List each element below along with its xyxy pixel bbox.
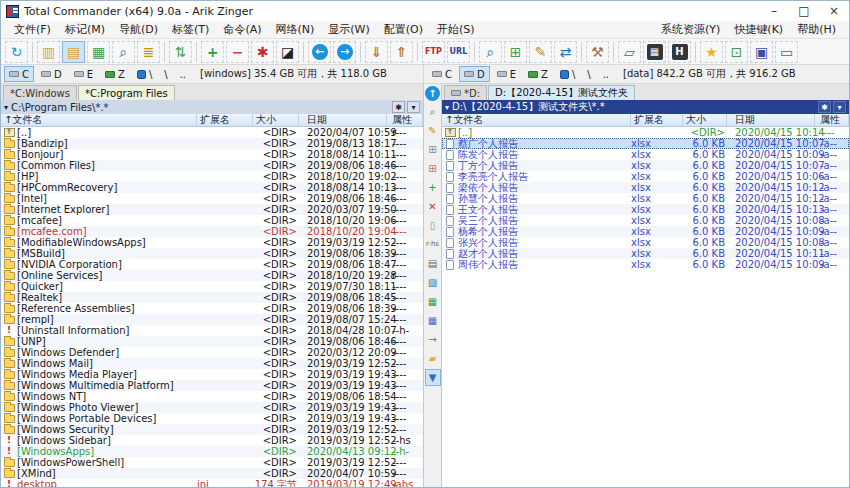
pack-icon[interactable]: ⇓ — [365, 41, 388, 63]
history-dropdown-button[interactable]: ▾ — [833, 101, 846, 113]
file-row[interactable]: ![Uninstall Information]<DIR>2018/04/28 … — [1, 325, 423, 336]
header-date[interactable]: 日期 — [727, 114, 815, 126]
header-filename[interactable]: ↑文件名 — [1, 114, 197, 126]
tree-view-icon[interactable]: ≣ — [137, 41, 160, 63]
favorites-path-button[interactable]: ✱ — [392, 101, 405, 113]
menu-item[interactable]: 标签(T) — [165, 22, 216, 37]
file-row[interactable]: 吴三个人报告xlsx6.0 KB2020/04/15 10:08-a-- — [442, 215, 849, 226]
file-row[interactable]: [HP]<DIR>2018/10/20 19:02---- — [1, 171, 423, 182]
display-settings-icon[interactable]: ⊡ — [725, 41, 748, 63]
drive-button-e[interactable]: E — [69, 66, 98, 82]
file-row[interactable]: 陈发个人报告xlsx6.0 KB2020/04/15 10:09-a-- — [442, 149, 849, 160]
search-icon[interactable]: ⌕ — [425, 103, 441, 120]
compare-icon[interactable]: ⊞ — [504, 41, 527, 63]
up-dir-icon[interactable]: ↑ — [425, 86, 440, 101]
refresh-icon[interactable]: ↻ — [5, 41, 28, 63]
file-row[interactable]: [Windows NT]<DIR>2019/08/06 18:54---- — [1, 391, 423, 402]
left-path-bar[interactable]: ▾ C:\Program Files\*.* ✱ ▾ — [1, 100, 423, 114]
back-icon[interactable]: ← — [308, 41, 331, 63]
menu-item[interactable]: 快捷键(K) — [727, 22, 790, 37]
file-row[interactable]: 孙慧个人报告xlsx6.0 KB2020/04/15 10:12-a-- — [442, 193, 849, 204]
file-row[interactable]: ↑[..]<DIR>2020/04/15 10:14---- — [442, 127, 849, 138]
file-row[interactable]: [Windows Photo Viewer]<DIR>2019/03/19 19… — [1, 402, 423, 413]
calculator-icon[interactable]: ▦ — [643, 41, 666, 63]
drive-button-z[interactable]: Z — [100, 66, 130, 82]
parent-dir-button[interactable]: .. — [598, 66, 614, 82]
header-date[interactable]: 日期 — [299, 114, 387, 126]
file-row[interactable]: [Internet Explorer]<DIR>2020/03/07 19:50… — [1, 204, 423, 215]
sync-dirs-icon[interactable]: ⇄ — [554, 41, 577, 63]
file-row[interactable]: [WindowsPowerShell]<DIR>2019/03/19 12:52… — [1, 457, 423, 468]
file-row[interactable]: [mcafee.com]<DIR>2018/10/20 19:04---- — [1, 226, 423, 237]
header-extension[interactable]: 扩展名 — [197, 114, 253, 126]
file-row[interactable]: [MSBuild]<DIR>2019/08/06 18:39---- — [1, 248, 423, 259]
brief-view-icon[interactable]: ▥ — [37, 41, 60, 63]
select-plus-icon[interactable]: + — [201, 41, 224, 63]
thumbnails-view-icon[interactable]: ▦ — [87, 41, 110, 63]
file-row[interactable]: [Bonjour]<DIR>2018/08/14 10:11---- — [1, 149, 423, 160]
file-row[interactable]: [Realtek]<DIR>2019/08/06 18:45---- — [1, 292, 423, 303]
header-attributes[interactable]: 属性 — [387, 114, 423, 126]
move-icon[interactable]: → — [425, 331, 441, 348]
edit-icon[interactable]: ✎ — [425, 122, 441, 139]
quick-view-icon[interactable]: ⌕ — [112, 41, 135, 63]
menu-item[interactable]: 系统资源(Y) — [654, 22, 727, 37]
root-dir-button[interactable]: \ — [159, 66, 172, 82]
drive-button-e[interactable]: E — [492, 66, 521, 82]
filter-icon[interactable]: ▼ — [425, 369, 441, 386]
file-row[interactable]: 杨希个人报告xlsx6.0 KB2020/04/15 10:09-a-- — [442, 226, 849, 237]
network-root-button[interactable]: \ — [555, 66, 580, 82]
maximize-button[interactable]: □ — [789, 1, 819, 21]
file-row[interactable]: ![WindowsApps]<DIR>2020/04/13 09:12--h- — [1, 446, 423, 457]
menu-item[interactable]: 配置(O) — [377, 22, 430, 37]
multi-rename-icon[interactable]: ✎ — [529, 41, 552, 63]
table-icon[interactable]: ▦ — [425, 293, 441, 310]
file-row[interactable]: [Windows Media Player]<DIR>2019/03/19 19… — [1, 369, 423, 380]
file-row[interactable]: [Reference Assemblies]<DIR>2019/08/06 18… — [1, 303, 423, 314]
file-row[interactable]: ![Windows Sidebar]<DIR>2019/03/19 12:52-… — [1, 435, 423, 446]
file-row[interactable]: [UNP]<DIR>2019/08/06 18:46---- — [1, 336, 423, 347]
right-path-bar[interactable]: ▾ D:\【2020-4-15】测试文件夹\*.* ✱ ▾ — [442, 100, 849, 114]
file-row[interactable]: [XMind]<DIR>2020/04/07 10:59---- — [1, 468, 423, 479]
menu-item[interactable]: 命令(A) — [216, 22, 268, 37]
network-root-button[interactable]: \ — [132, 66, 157, 82]
file-row[interactable]: [Common Files]<DIR>2019/08/06 18:46---- — [1, 160, 423, 171]
search-icon[interactable]: ⌕ — [479, 41, 502, 63]
file-row[interactable]: !desktopini174 字节2019/03/19 12:49-ahs — [1, 479, 423, 487]
forward-icon[interactable]: → — [333, 41, 356, 63]
folder-tab[interactable]: *C:Program Files — [78, 85, 175, 100]
file-row[interactable]: [HPCommRecovery]<DIR>2018/08/14 10:13---… — [1, 182, 423, 193]
file-row[interactable]: [Online Services]<DIR>2018/10/20 19:28r-… — [1, 270, 423, 281]
file-row[interactable]: [rempl]<DIR>2019/08/07 15:24---- — [1, 314, 423, 325]
file-row[interactable]: 蔡广个人报告xlsx6.0 KB2020/04/15 10:07-a-- — [442, 138, 849, 149]
image-icon[interactable]: ▨ — [425, 274, 441, 291]
invert-selection-icon[interactable]: ◪ — [276, 41, 299, 63]
menu-item[interactable]: 导航(D) — [112, 22, 165, 37]
file-row[interactable]: 周伟个人报告xlsx6.0 KB2020/04/15 10:09-a-- — [442, 259, 849, 270]
file-row[interactable]: 丁方个人报告xlsx6.0 KB2020/04/15 10:07-a-- — [442, 160, 849, 171]
file-row[interactable]: [Windows Mail]<DIR>2019/03/19 12:52---- — [1, 358, 423, 369]
file-row[interactable]: 王文个人报告xlsx6.0 KB2020/04/15 10:13-a-- — [442, 204, 849, 215]
header-extension[interactable]: 扩展名 — [631, 114, 683, 126]
file-row[interactable]: [Intel]<DIR>2019/08/06 18:46---- — [1, 193, 423, 204]
select-minus-icon[interactable]: − — [226, 41, 249, 63]
minimize-button[interactable]: – — [759, 1, 789, 21]
notes-icon[interactable]: ⊞ — [425, 160, 441, 177]
file-row[interactable]: [Quicker]<DIR>2019/07/30 18:11---- — [1, 281, 423, 292]
file-row[interactable]: 张兴个人报告xlsx6.0 KB2020/04/15 10:08-a-- — [442, 237, 849, 248]
favorites-star-icon[interactable]: ★ — [700, 41, 723, 63]
branch-view-icon[interactable]: ⇅ — [169, 41, 192, 63]
header-filename[interactable]: ↑文件名 — [442, 114, 631, 126]
file-row[interactable]: [Windows Multimedia Platform]<DIR>2019/0… — [1, 380, 423, 391]
copy-icon[interactable]: ⊞ — [425, 141, 441, 158]
menu-item[interactable]: 帮助(H) — [790, 22, 843, 37]
hwinfo-icon[interactable]: H — [668, 41, 691, 63]
file-row[interactable]: [mcafee]<DIR>2018/10/20 19:06---- — [1, 215, 423, 226]
folder-tab[interactable]: *C:Windows — [3, 85, 77, 100]
unpack-icon[interactable]: ⇑ — [390, 41, 413, 63]
ftp-connect-icon[interactable]: FTP — [422, 41, 445, 63]
select-all-icon[interactable]: ✱ — [251, 41, 274, 63]
folder-tab[interactable]: D:【2020-4-15】测试文件夹 — [488, 85, 635, 100]
drive-button-c[interactable]: C — [4, 66, 34, 82]
root-dir-button[interactable]: \ — [582, 66, 595, 82]
